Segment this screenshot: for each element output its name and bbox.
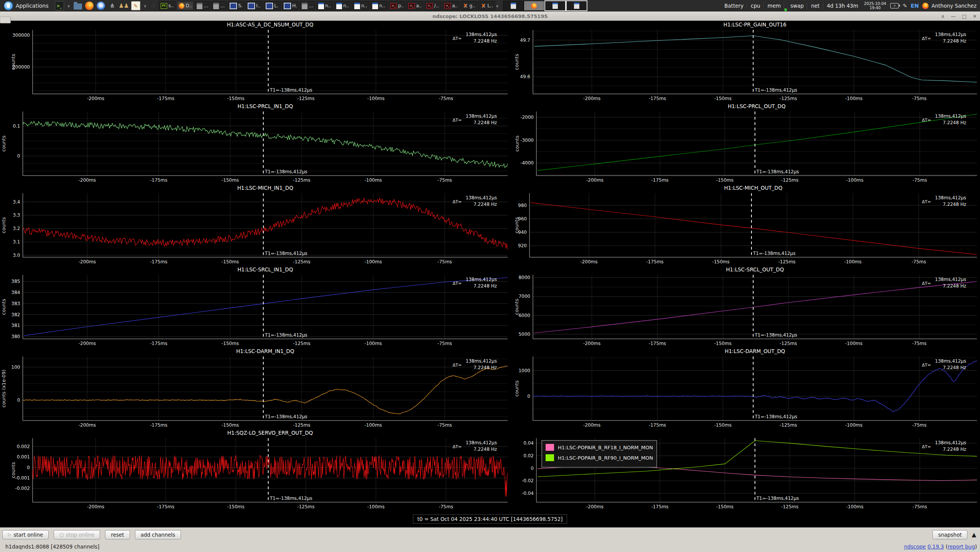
plot-lsc-prcl-in1-dq[interactable]: T1=-138ms,412μs138ms,412μs7.2248 HzΔT=0.… — [0, 102, 514, 184]
clock[interactable]: 2025-10-04 19:40 — [862, 2, 888, 10]
taskbar-window-button[interactable]: I… — [246, 1, 263, 10]
taskbar-window-button[interactable]: >_a… — [442, 1, 459, 10]
taskbar-window-button[interactable]: … — [211, 1, 227, 10]
taskbar-window-button[interactable]: n… — [334, 1, 351, 10]
notes-icon[interactable]: ✎ — [131, 1, 140, 10]
share-icon[interactable]: ⋔ — [108, 2, 117, 10]
applications-menu[interactable]: Applications — [0, 0, 53, 12]
plot-lsc-darm-in1-dq-canvas[interactable]: T1=-138ms,412μs138ms,412μs7.2248 HzΔT=10… — [0, 347, 514, 429]
x-tick-label: -150ms — [716, 504, 733, 509]
browser-launcher-icon[interactable] — [97, 2, 105, 10]
taskbar-window-button[interactable]: >_/… — [424, 1, 441, 10]
pen-icon[interactable]: ✎ — [901, 3, 909, 9]
swap-monitor[interactable]: swap — [787, 0, 807, 12]
taskbar-window-button[interactable]: S… — [228, 1, 245, 10]
plot-lsc-prcl-out-dq[interactable]: T1=-138ms,412μs138ms,412μs7.2248 HzΔT=-2… — [514, 102, 980, 184]
plot-asc-as-a-dc-nsum-out-dq-canvas[interactable]: T1=-138ms,412μs138ms,412μs7.2248 HzΔT=30… — [0, 21, 514, 102]
plot-title: H1:LSC-PR_GAIN_OUT16 — [723, 21, 786, 28]
plot-lsc-prcl-out-dq-canvas[interactable]: T1=-138ms,412μs138ms,412μs7.2248 HzΔT=-2… — [514, 102, 980, 184]
reset-button[interactable]: reset — [105, 530, 130, 539]
plot-lsc-mich-in1-dq[interactable]: T1=-138ms,412μs138ms,412μs7.2248 HzΔT=3.… — [0, 184, 514, 266]
window-list-overflow-chevron[interactable]: ∨ — [495, 4, 499, 8]
user-avatar[interactable] — [922, 3, 929, 9]
collapse-panel-icon[interactable]: ▲ — [972, 531, 976, 538]
y-tick-label: 0.04 — [523, 440, 534, 446]
maximize-window-icon[interactable]: □ — [962, 13, 967, 19]
workspace-2[interactable] — [524, 1, 544, 11]
taskbar-window-button[interactable]: … — [195, 1, 210, 10]
plot-lsc-mich-out-dq-canvas[interactable]: T1=-138ms,412μs138ms,412μs7.2248 HzΔT=98… — [514, 184, 980, 266]
plot-grid: T1=-138ms,412μs138ms,412μs7.2248 HzΔT=30… — [0, 21, 980, 511]
launcher-dropdown-chevron[interactable]: ∨ — [67, 4, 71, 8]
start-online-button[interactable]: ▷ start online — [2, 530, 49, 539]
t1-cursor-label: T1=-138ms,412μs — [270, 496, 312, 501]
plot-lsc-mich-in1-dq-canvas[interactable]: T1=-138ms,412μs138ms,412μs7.2248 HzΔT=3.… — [0, 184, 514, 266]
y-tick-label: 3.4 — [13, 199, 20, 205]
plot-lsc-mich-out-dq[interactable]: T1=-138ms,412μs138ms,412μs7.2248 HzΔT=98… — [514, 184, 980, 266]
clock-time: 19:40 — [870, 6, 881, 10]
workspace-1[interactable] — [503, 1, 524, 11]
users-icon[interactable]: ♟♟ — [120, 2, 128, 10]
taskbar-window-button[interactable]: n… — [316, 1, 333, 10]
minimize-window-icon[interactable]: — — [951, 13, 956, 19]
plot-sqz-lo-servo-err-out-dq[interactable]: T1=-138ms,412μs138ms,412μs7.2248 HzΔT=0.… — [0, 429, 514, 511]
terminal-launcher-icon[interactable]: >_ — [55, 1, 64, 10]
window-titlebar[interactable]: ndscope: LOCKLOSS 1443656698.575195 ∧ — … — [0, 12, 980, 21]
plot-lsc-prcl-in1-dq-canvas[interactable]: T1=-138ms,412μs138ms,412μs7.2248 HzΔT=0.… — [0, 102, 514, 184]
minimized-window-stub[interactable] — [0, 17, 11, 23]
user-name[interactable]: Anthony Sanchez — [931, 0, 980, 12]
report-bug-link[interactable]: report bug — [948, 544, 975, 550]
plot-lsc-srcl-in1-dq[interactable]: T1=-138ms,412μs138ms,412μs7.2248 HzΔT=38… — [0, 266, 514, 347]
net-monitor[interactable]: net — [807, 0, 823, 12]
taskbar-window-button[interactable]: n… — [370, 1, 387, 10]
taskbar-window-button[interactable]: D… — [177, 1, 194, 10]
version-link[interactable]: 0.19.3 — [927, 544, 944, 550]
add-channels-button[interactable]: add channels — [135, 530, 181, 539]
plot-lsc-pr-gain-out16-canvas[interactable]: T1=-138ms,412μs138ms,412μs7.2248 HzΔT=49… — [514, 21, 980, 102]
plot-title: H1:LSC-MICH_IN1_DQ — [237, 185, 293, 191]
battery-icon[interactable]: ⚡ — [890, 3, 899, 8]
taskbar-window-button[interactable]: n… — [352, 1, 369, 10]
taskbar-window-button[interactable]: L… — [264, 1, 281, 10]
mem-monitor[interactable]: mem — [764, 0, 784, 12]
t1-cursor-label: T1=-138ms,412μs — [756, 496, 799, 501]
taskbar-window-button[interactable]: H… — [282, 1, 299, 10]
workspace-3[interactable] — [544, 0, 566, 11]
taskbar-window-button[interactable]: … — [300, 1, 315, 10]
snapshot-button[interactable]: snapshot — [932, 530, 968, 539]
file-manager-icon[interactable] — [74, 3, 82, 10]
plot-lsc-darm-out-dq[interactable]: T1=-138ms,412μs138ms,412μs7.2248 HzΔT=10… — [514, 347, 980, 429]
taskbar-window-button[interactable]: >_a… — [406, 1, 423, 10]
notes-dropdown-chevron[interactable]: ∨ — [143, 4, 147, 8]
taskbar-window-button[interactable]: >_p… — [388, 1, 405, 10]
cpu-monitor[interactable]: cpu — [747, 0, 764, 12]
plot-lsc-srcl-out-dq-canvas[interactable]: T1=-138ms,412μs138ms,412μs7.2248 HzΔT=80… — [514, 266, 980, 347]
plot-lsc-srcl-out-dq[interactable]: T1=-138ms,412μs138ms,412μs7.2248 HzΔT=80… — [514, 266, 980, 347]
stop-online-button: □ stop online — [54, 530, 100, 539]
plot-lsc-darm-out-dq-canvas[interactable]: T1=-138ms,412μs138ms,412μs7.2248 HzΔT=10… — [514, 347, 980, 429]
window-icon — [511, 3, 516, 9]
workspace-4[interactable] — [566, 0, 587, 11]
workspace-switcher[interactable] — [503, 1, 587, 11]
plot-lsc-darm-in1-dq[interactable]: T1=-138ms,412μs138ms,412μs7.2248 HzΔT=10… — [0, 347, 514, 429]
plot-lsc-pr-gain-out16[interactable]: T1=-138ms,412μs138ms,412μs7.2248 HzΔT=49… — [514, 21, 980, 102]
taskbar-window-button[interactable]: PCs… — [159, 1, 176, 10]
firefox-launcher-icon[interactable] — [85, 2, 94, 10]
close-window-icon[interactable]: ✕ — [973, 13, 977, 19]
ndscope-link[interactable]: ndscope — [904, 544, 926, 550]
x-tick-label: -75ms — [437, 341, 452, 346]
plot-sqz-lo-servo-err-out-dq-canvas[interactable]: T1=-138ms,412μs138ms,412μs7.2248 HzΔT=0.… — [0, 429, 514, 511]
plot-lsc-popair-monitors[interactable]: T1=-138ms,412μs138ms,412μs7.2248 HzΔT=0.… — [514, 429, 980, 511]
keyboard-layout-indicator[interactable]: EN — [909, 3, 920, 9]
y-axis-label: counts — [10, 462, 16, 478]
plot-lsc-popair-monitors-canvas[interactable]: T1=-138ms,412μs138ms,412μs7.2248 HzΔT=0.… — [514, 429, 980, 511]
plot-lsc-srcl-in1-dq-canvas[interactable]: T1=-138ms,412μs138ms,412μs7.2248 HzΔT=38… — [0, 266, 514, 347]
plot-asc-as-a-dc-nsum-out-dq[interactable]: T1=-138ms,412μs138ms,412μs7.2248 HzΔT=30… — [0, 21, 514, 102]
taskbar-window-button[interactable]: Xg… — [460, 1, 477, 10]
delta-t-prefix: ΔT= — [453, 36, 462, 41]
shade-window-icon[interactable]: ∧ — [941, 13, 945, 19]
window-button-label: H… — [292, 3, 297, 8]
battery-monitor[interactable]: Battery — [721, 0, 747, 12]
x-tick-label: -200ms — [87, 96, 104, 101]
taskbar-window-button[interactable]: XL… — [478, 1, 495, 10]
